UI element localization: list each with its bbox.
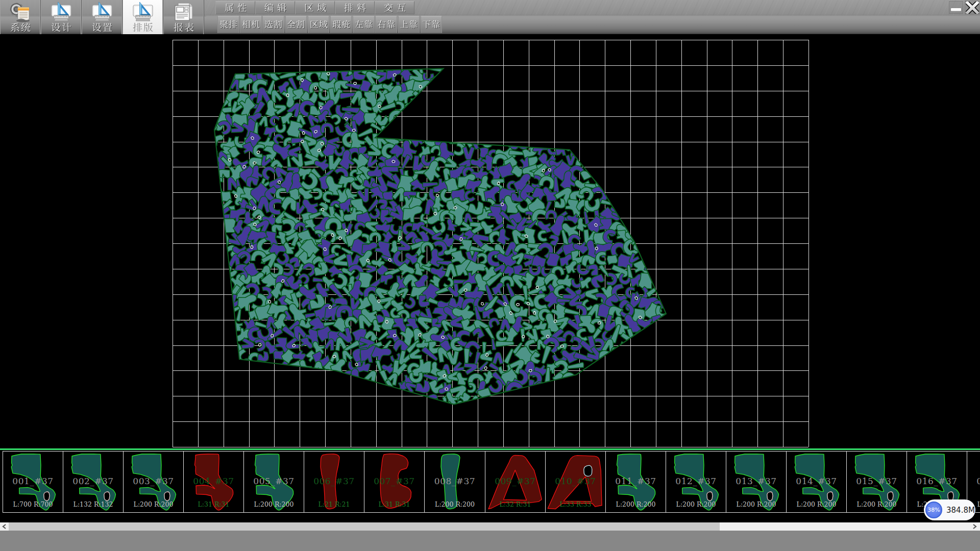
part-cell-8[interactable]: 008_#37L:200 R:200	[424, 451, 485, 513]
part-id: 010_#37	[546, 476, 605, 486]
nesting-canvas[interactable]	[0, 34, 980, 448]
cjk-text	[242, 20, 260, 29]
system-gear-icon	[9, 2, 32, 22]
part-cell-2[interactable]: 002_#37L:132 R:132	[63, 451, 124, 513]
part-cell-7[interactable]: 007_#37L:31 R:31	[364, 451, 425, 513]
action-button-3[interactable]	[262, 16, 284, 33]
part-lr-info: L:31 R:31	[184, 500, 243, 508]
part-lr-info: L:200 R:200	[726, 500, 786, 508]
part-cell-9[interactable]: 009_#37L:32 R:31	[485, 451, 546, 513]
cjk-text	[225, 3, 247, 12]
close-icon	[966, 2, 979, 14]
scroll-right-button[interactable]	[970, 522, 979, 531]
part-cell-13[interactable]: 013_#37L:200 R:200	[726, 451, 787, 513]
tab-1[interactable]	[215, 1, 255, 14]
part-id: 003_#37	[124, 476, 183, 486]
part-id: 001_#37	[3, 476, 63, 486]
toolbar-button-3[interactable]	[82, 0, 122, 34]
menu-tabs	[215, 1, 414, 14]
action-button-10[interactable]	[421, 16, 443, 33]
nesting-ruler-icon	[131, 2, 155, 22]
toolbar	[0, 0, 980, 34]
part-id: 007_#37	[364, 476, 424, 486]
part-id: 008_#37	[425, 476, 485, 486]
action-button-5[interactable]	[308, 16, 330, 33]
part-id: 015_#37	[847, 476, 906, 486]
part-lr-info: L:33 R:33	[546, 500, 605, 508]
tab-5[interactable]	[375, 1, 414, 14]
cjk-text	[422, 20, 440, 29]
memory-widget[interactable]: 38% 384.8M	[924, 499, 975, 520]
action-button-6[interactable]	[330, 16, 352, 33]
settings-ruler-icon	[90, 2, 114, 22]
action-button-4[interactable]	[285, 16, 307, 33]
action-button-2[interactable]	[240, 16, 262, 33]
part-cell-4[interactable]: 004_#37L:31 R:31	[183, 451, 244, 513]
memory-percent-ball: 38%	[925, 502, 942, 518]
cjk-text	[133, 22, 153, 32]
part-lr-info: L:700 R:700	[3, 500, 63, 508]
part-cell-10[interactable]: 010_#37L:33 R:33	[545, 451, 606, 513]
tab-3[interactable]	[295, 1, 335, 14]
scrollbar-thumb[interactable]	[9, 522, 720, 531]
part-cell-15[interactable]: 015_#37L:200 R:200	[846, 451, 907, 513]
tab-4[interactable]	[335, 1, 375, 14]
part-cell-11[interactable]: 011_#37L:200 R:200	[605, 451, 666, 513]
parts-strip: 001_#37L:700 R:700 002_#37L:132 R:132 00…	[0, 451, 980, 513]
part-cell-1[interactable]: 001_#37L:700 R:700	[3, 451, 63, 513]
part-cell-14[interactable]: 014_#37L:200 R:200	[786, 451, 847, 513]
cjk-text	[264, 3, 286, 12]
right-arrow-icon	[972, 524, 977, 529]
horizontal-scrollbar[interactable]	[0, 522, 980, 531]
toolbar-button-label	[133, 22, 153, 33]
cjk-text	[377, 20, 395, 29]
toolbar-button-1[interactable]	[0, 0, 41, 34]
action-button-7[interactable]	[353, 16, 375, 33]
part-id: 012_#37	[666, 476, 726, 486]
part-lr-info: L:200 R:200	[787, 500, 846, 508]
toolbar-button-4[interactable]	[122, 0, 163, 34]
cjk-text	[384, 3, 406, 12]
cjk-text	[344, 3, 366, 12]
cjk-text	[51, 22, 71, 32]
action-button-8[interactable]	[375, 16, 397, 33]
cjk-text	[332, 20, 350, 29]
cjk-text	[174, 22, 194, 32]
part-cell-6[interactable]: 006_#37L:21 R:21	[304, 451, 364, 513]
part-lr-info: L:200 R:200	[425, 500, 485, 508]
part-lr-info: L:200 R:200	[847, 500, 906, 508]
toolbar-button-label	[51, 22, 71, 33]
cjk-text	[219, 20, 237, 29]
minimize-button[interactable]	[949, 1, 963, 14]
minimize-icon	[950, 4, 962, 12]
part-lr-info: L:200 R:200	[244, 500, 304, 508]
part-id: 013_#37	[726, 476, 786, 486]
toolbar-button-label	[174, 22, 194, 33]
part-lr-info: L:200 R:200	[666, 500, 726, 508]
part-id: 002_#37	[63, 476, 123, 486]
cjk-text	[264, 20, 282, 29]
part-cell-12[interactable]: 012_#37L:200 R:200	[666, 451, 726, 513]
cjk-text	[287, 20, 305, 29]
status-footer	[0, 531, 980, 551]
action-button-1[interactable]	[217, 16, 239, 33]
part-id: 016_#37	[907, 476, 967, 486]
part-lr-info: L:132 R:132	[63, 500, 123, 508]
cjk-text	[92, 22, 112, 32]
part-cell-5[interactable]: 005_#37L:200 R:200	[243, 451, 304, 513]
scroll-left-button[interactable]	[0, 522, 9, 531]
part-lr-info: L:200 R:200	[124, 500, 183, 508]
panel-separator	[0, 448, 980, 450]
close-button[interactable]	[965, 1, 979, 14]
action-button-9[interactable]	[398, 16, 420, 33]
tab-2[interactable]	[255, 1, 295, 14]
part-id: 014_#37	[787, 476, 846, 486]
toolbar-button-2[interactable]	[41, 0, 82, 34]
toolbar-button-5[interactable]	[163, 0, 204, 34]
cjk-text	[400, 20, 418, 29]
toolbar-button-label	[92, 22, 112, 33]
part-cell-3[interactable]: 003_#37L:200 R:200	[123, 451, 184, 513]
part-lr-info: L:32 R:31	[485, 500, 545, 508]
part-id: 005_#37	[244, 476, 304, 486]
part-lr-info: L:200 R:200	[606, 500, 666, 508]
